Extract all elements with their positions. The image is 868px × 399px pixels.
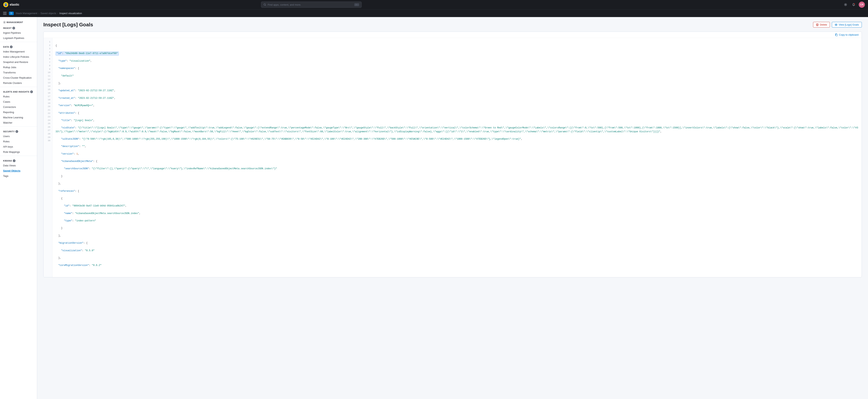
hamburger-button[interactable] [3, 12, 7, 15]
line-num-20: 20 [43, 105, 52, 109]
code-line-19: }, [56, 182, 859, 186]
line-num-8: 8 [43, 64, 52, 67]
sidebar-item-cases[interactable]: Cases [0, 99, 37, 105]
sidebar: Management Ingest i Ingest Pipelines Log… [0, 17, 37, 399]
svg-rect-12 [836, 34, 837, 36]
delete-btn-label: Delete [820, 23, 827, 26]
sidebar-item-cross-cluster[interactable]: Cross-Cluster Replication [0, 75, 37, 80]
breadcrumb-inspect-visualization[interactable]: Inspect visualization [59, 12, 82, 15]
breadcrumb-saved-objects[interactable]: Saved objects [40, 12, 56, 15]
sidebar-item-data-views[interactable]: Data Views [0, 163, 37, 168]
section-title-alerts: Alerts and Insights [3, 91, 29, 93]
sidebar-item-api-keys[interactable]: API keys [0, 144, 37, 149]
code-line-2: "id": "69a34b00-9ee8-11e7-8711-e7a007dce… [56, 52, 859, 56]
gear-icon [3, 21, 6, 24]
code-line-30: "coreMigrationVersion": "8.6.2" [56, 264, 859, 267]
line-num-27: 27 [43, 129, 52, 132]
sidebar-item-machine-learning[interactable]: Machine Learning [0, 115, 37, 120]
line-num-21: 21 [43, 109, 52, 112]
line-num-9: 9 [43, 67, 52, 71]
sidebar-item-tags[interactable]: Tags [0, 173, 37, 178]
sidebar-item-rollup-jobs[interactable]: Rollup Jobs [0, 65, 37, 70]
code-line-11: "title": "[Logs] Goals", [56, 119, 859, 122]
nav-right: CR [842, 2, 865, 8]
code-line-7: "updated_at": "2023-02-21T12:59:27.110Z"… [56, 89, 859, 93]
line-num-6: 6 [43, 57, 52, 61]
alerts-info-icon: i [30, 90, 33, 93]
sidebar-management-header: Management [0, 19, 37, 24]
sidebar-item-connectors[interactable]: Connectors [0, 105, 37, 110]
search-input[interactable] [268, 3, 353, 6]
line-num-4: 4 [43, 51, 52, 54]
code-line-28: "visualization": "8.5.0" [56, 249, 859, 253]
svg-point-11 [836, 24, 836, 25]
svg-rect-7 [3, 12, 7, 12]
management-label: Management [7, 21, 23, 23]
ingest-info-icon: i [12, 27, 15, 29]
code-line-20: "references": [ [56, 190, 859, 193]
sidebar-item-logstash-pipelines[interactable]: Logstash Pipelines [0, 35, 37, 41]
line-num-19: 19 [43, 102, 52, 105]
sidebar-section-kibana: Kibana i [0, 157, 37, 163]
notifications-button[interactable] [850, 2, 857, 8]
trash-icon [816, 23, 819, 26]
line-numbers: 1 2 3 4 5 6 7 8 9 10 11 12 13 14 15 16 1 [43, 38, 53, 277]
search-icon [264, 3, 266, 6]
code-line-25: } [56, 226, 859, 230]
code-line-26: ], [56, 234, 859, 238]
user-avatar-button[interactable]: CR [859, 2, 865, 8]
line-num-2: 2 [43, 44, 52, 47]
sidebar-item-users[interactable]: Users [0, 134, 37, 139]
sidebar-item-reporting[interactable]: Reporting [0, 110, 37, 115]
code-line-21: { [56, 197, 859, 200]
sidebar-item-saved-objects[interactable]: Saved Objects [0, 168, 37, 173]
section-title-kibana: Kibana [3, 160, 12, 162]
view-btn-label: View [Logs] Goals [839, 23, 859, 26]
main-content: Inspect [Logs] Goals Delete View [Logs] … [37, 17, 868, 399]
section-title-data: Data [3, 46, 9, 48]
svg-point-5 [845, 4, 846, 5]
global-search[interactable]: ⌘/ [261, 2, 362, 8]
sidebar-item-index-lifecycle[interactable]: Index Lifecycle Policies [0, 54, 37, 59]
code-line-16: "kibanaSavedObjectMeta": { [56, 160, 859, 163]
line-num-15: 15 [43, 88, 52, 91]
sidebar-item-snapshot-restore[interactable]: Snapshot and Restore [0, 59, 37, 65]
code-line-18: } [56, 174, 859, 178]
elastic-logo[interactable]: elastic [3, 2, 19, 7]
sidebar-section-ingest: Ingest i [0, 24, 37, 30]
breadcrumb: D Stack Management › Saved objects › Ins… [9, 11, 82, 15]
sidebar-item-roles[interactable]: Roles [0, 139, 37, 144]
code-line-29: }, [56, 256, 859, 260]
svg-point-10 [4, 22, 5, 23]
sidebar-divider-1 [0, 42, 37, 42]
breadcrumb-stack-management[interactable]: Stack Management [16, 12, 37, 15]
sidebar-item-rules[interactable]: Rules [0, 94, 37, 99]
code-line-17: "searchSourceJSON": "{\"filter\":[],\"qu… [56, 167, 859, 171]
code-line-13: "uiStateJSON": "{\"0-500\":\"rgb(165,0,3… [56, 137, 859, 141]
line-num-3: 3 [43, 47, 52, 51]
line-num-12: 12 [43, 78, 52, 81]
sidebar-item-transforms[interactable]: Transforms [0, 70, 37, 75]
code-line-1: { [56, 44, 859, 48]
line-num-29: 29 [43, 136, 52, 139]
elastic-wordmark: elastic [10, 3, 19, 6]
sidebar-item-ingest-pipelines[interactable]: Ingest Pipelines [0, 30, 37, 35]
line-num-25: 25 [43, 122, 52, 125]
sidebar-item-remote-clusters[interactable]: Remote Clusters [0, 80, 37, 86]
view-button[interactable]: View [Logs] Goals [832, 22, 862, 28]
sidebar-item-role-mappings[interactable]: Role Mappings [0, 149, 37, 154]
delete-button[interactable]: Delete [813, 22, 830, 28]
breadcrumb-sep-2: › [58, 12, 58, 15]
breadcrumb-badge-d: D [9, 11, 14, 15]
copy-to-clipboard-button[interactable]: Copy to clipboard [835, 33, 859, 36]
breadcrumb-bar: D Stack Management › Saved objects › Ins… [0, 9, 868, 17]
sidebar-divider-3 [0, 126, 37, 127]
line-num-18: 18 [43, 98, 52, 102]
sidebar-item-watcher[interactable]: Watcher [0, 120, 37, 125]
search-shortcut: ⌘/ [354, 3, 359, 6]
copy-btn-label: Copy to clipboard [839, 33, 859, 36]
settings-button[interactable] [842, 2, 849, 8]
section-title-security: Security [3, 130, 15, 133]
main-layout: Management Ingest i Ingest Pipelines Log… [0, 17, 868, 399]
sidebar-item-index-management[interactable]: Index Management [0, 49, 37, 54]
